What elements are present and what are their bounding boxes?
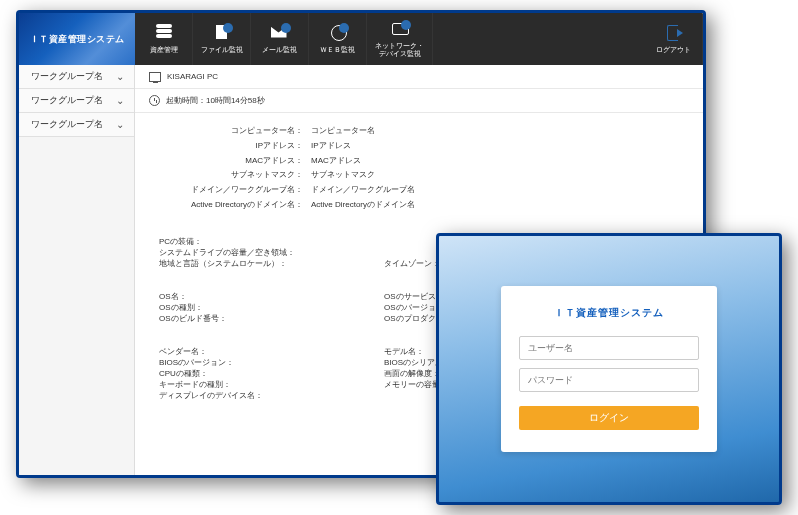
keyboard-label: キーボードの種別： (159, 379, 384, 390)
clock-icon (149, 95, 160, 106)
header-bar: ＩＴ資産管理システム 資産管理 ファイル監視 メール監視 ＷＥＢ監視 ネ (19, 13, 703, 65)
sidebar-item-workgroup-1[interactable]: ワークグループ名 ⌄ (19, 65, 134, 89)
sidebar-item-label: ワークグループ名 (31, 119, 103, 131)
pc-row: KISARAGI PC (135, 65, 703, 89)
nav-file-label: ファイル監視 (201, 45, 243, 55)
login-card: ＩＴ資産管理システム ログイン (501, 286, 717, 452)
nav-network[interactable]: ネットワーク・ デバイス監視 (367, 13, 433, 65)
login-title: ＩＴ資産管理システム (519, 306, 699, 320)
mac-value: MACアドレス (311, 155, 361, 168)
nav-mail[interactable]: メール監視 (251, 13, 309, 65)
chevron-down-icon: ⌄ (116, 71, 124, 82)
nav-network-label-1: ネットワーク・ (375, 42, 424, 49)
domain-value: ドメイン／ワークグループ名 (311, 184, 415, 197)
login-button[interactable]: ログイン (519, 406, 699, 430)
password-input[interactable] (519, 368, 699, 392)
nav-assets[interactable]: 資産管理 (135, 13, 193, 65)
sidebar-item-label: ワークグループ名 (31, 95, 103, 107)
nav-network-label-2: デバイス監視 (379, 50, 421, 57)
file-icon (212, 24, 232, 42)
computer-name-label: コンピューター名： (159, 125, 311, 138)
nav-file[interactable]: ファイル監視 (193, 13, 251, 65)
nav: 資産管理 ファイル監視 メール監視 ＷＥＢ監視 ネットワーク・ デバイス監視 (135, 13, 703, 65)
osbuild-label: OSのビルド番号： (159, 313, 384, 324)
ip-label: IPアドレス： (159, 140, 311, 153)
pc-name: KISARAGI PC (167, 72, 218, 81)
nav-logout[interactable]: ログアウト (645, 13, 703, 65)
sidebar-item-workgroup-2[interactable]: ワークグループ名 ⌄ (19, 89, 134, 113)
uptime-value: 10時間14分58秒 (206, 96, 265, 105)
logout-icon (664, 24, 684, 42)
login-window: ＩＴ資産管理システム ログイン (436, 233, 782, 505)
monitor-icon (149, 72, 161, 82)
osname-label: OS名： (159, 291, 384, 302)
mail-icon (270, 24, 290, 42)
biosver-label: BIOSのバージョン： (159, 357, 384, 368)
uptime-label: 起動時間： (166, 96, 206, 105)
mac-label: MACアドレス： (159, 155, 311, 168)
subnet-label: サブネットマスク： (159, 169, 311, 182)
chevron-down-icon: ⌄ (116, 95, 124, 106)
uptime-row: 起動時間：10時間14分58秒 (135, 89, 703, 113)
details-network: コンピューター名：コンピューター名 IPアドレス：IPアドレス MACアドレス：… (135, 113, 703, 224)
ip-value: IPアドレス (311, 140, 351, 153)
username-input[interactable] (519, 336, 699, 360)
database-icon (154, 24, 174, 42)
ad-value: Active Directoryのドメイン名 (311, 199, 415, 212)
nav-web-label: ＷＥＢ監視 (320, 45, 355, 55)
globe-icon (328, 24, 348, 42)
nav-spacer (433, 13, 645, 65)
nav-web[interactable]: ＷＥＢ監視 (309, 13, 367, 65)
sidebar: ワークグループ名 ⌄ ワークグループ名 ⌄ ワークグループ名 ⌄ (19, 65, 135, 475)
sidebar-item-label: ワークグループ名 (31, 71, 103, 83)
nav-logout-label: ログアウト (656, 45, 691, 55)
network-icon (390, 21, 410, 39)
ad-label: Active Directoryのドメイン名： (159, 199, 311, 212)
vendor-label: ベンダー名： (159, 346, 384, 357)
nav-mail-label: メール監視 (262, 45, 297, 55)
domain-label: ドメイン／ワークグループ名： (159, 184, 311, 197)
brand-logo: ＩＴ資産管理システム (19, 13, 135, 65)
chevron-down-icon: ⌄ (116, 119, 124, 130)
computer-name-value: コンピューター名 (311, 125, 375, 138)
nav-assets-label: 資産管理 (150, 45, 178, 55)
ostype-label: OSの種別： (159, 302, 384, 313)
sidebar-item-workgroup-3[interactable]: ワークグループ名 ⌄ (19, 113, 134, 137)
cpu-label: CPUの種類： (159, 368, 384, 379)
locale-label: 地域と言語（システムロケール）： (159, 258, 384, 269)
subnet-value: サブネットマスク (311, 169, 375, 182)
